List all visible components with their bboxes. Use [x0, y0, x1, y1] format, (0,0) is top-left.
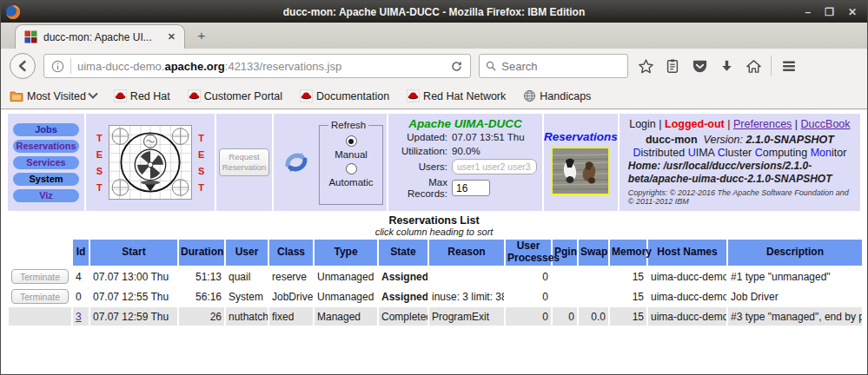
reload-icon[interactable] [450, 60, 463, 73]
cell-user: System [226, 287, 268, 306]
bookmark-red-hat-network[interactable]: Red Hat Network [407, 89, 506, 102]
cell-pgin: 0 [553, 307, 577, 326]
sidebar-nav: Jobs Reservations Services System Viz [8, 114, 84, 211]
url-bar[interactable]: uima-ducc-demo.apache.org:42133/reservat… [43, 54, 471, 78]
sidebar-item-viz[interactable]: Viz [13, 189, 79, 202]
column-header-user[interactable]: User [226, 240, 268, 266]
site-info-icon[interactable] [51, 60, 64, 73]
cell-class: reserve [269, 267, 313, 286]
search-input[interactable] [501, 60, 621, 73]
bookmark-red-hat[interactable]: Red Hat [114, 89, 170, 102]
maximize-button[interactable]: ❐ [825, 7, 834, 17]
bookmarks-menu-icon[interactable] [663, 56, 682, 76]
pocket-icon[interactable] [690, 56, 709, 76]
sidebar-item-system[interactable]: System [13, 173, 79, 186]
navigation-toolbar: uima-ducc-demo.apache.org:42133/reservat… [1, 49, 867, 83]
column-header-class[interactable]: Class [269, 240, 313, 266]
back-arrow-icon [16, 59, 30, 73]
preferences-link[interactable]: Preferences [733, 118, 792, 130]
tab-ducc-mon[interactable]: ducc-mon: Apache UI... ✕ [15, 24, 185, 49]
terminate-button[interactable]: Terminate [11, 269, 69, 284]
users-label: Users: [394, 161, 447, 173]
tab-close-icon[interactable]: ✕ [168, 31, 176, 43]
terminate-column-header [9, 240, 71, 266]
home-path: Home: /usr/local/ducc/versions/2.1.0-bet… [628, 160, 851, 186]
separator: | [659, 118, 661, 130]
column-header-type[interactable]: Type [315, 240, 377, 266]
minimize-button[interactable]: – [805, 7, 811, 17]
red-hat-icon [188, 89, 201, 102]
cell-swap [579, 287, 608, 306]
reservation-id-link[interactable]: 3 [76, 311, 82, 323]
column-header-id[interactable]: Id [73, 240, 89, 266]
sidebar-item-reservations[interactable]: Reservations [13, 140, 79, 153]
refresh-fieldset: Refresh Manual Automatic [319, 120, 383, 205]
cell-pgin [553, 267, 577, 286]
refresh-icon[interactable] [281, 147, 312, 178]
automatic-radio-label: Automatic [328, 177, 373, 188]
sidebar-item-services[interactable]: Services [13, 156, 79, 169]
utilization-value: 90.0% [452, 146, 537, 156]
cell-type: Managed [315, 307, 377, 326]
column-header-reason[interactable]: Reason [429, 240, 504, 266]
cell-description: #3 type "managed", end by program exit [728, 307, 862, 326]
refresh-panel: Refresh Manual Automatic [274, 114, 387, 211]
red-hat-icon [114, 89, 127, 102]
login-link[interactable]: Login [629, 118, 656, 130]
bookmark-most-visited[interactable]: Most Visited [10, 90, 96, 102]
column-header-memory[interactable]: Memory [610, 240, 646, 266]
refresh-legend: Refresh [328, 120, 368, 130]
cell-memory: 15 [610, 287, 646, 306]
search-icon [486, 60, 496, 72]
app-title: Apache UIMA-DUCC [394, 117, 537, 130]
home-icon[interactable] [744, 56, 763, 76]
duccbook-link[interactable]: DuccBook [801, 118, 851, 130]
table-row: Terminate 4 07.07 13:00 Thu 51:13 quail … [9, 267, 862, 286]
new-tab-button[interactable]: + [189, 28, 215, 47]
table-row: 3 07.07 12:59 Thu 26 nuthatch fixed Mana… [9, 307, 862, 326]
column-header-host-names[interactable]: Host Names [648, 240, 726, 266]
terminate-button[interactable]: Terminate [11, 289, 69, 304]
max-records-input[interactable] [452, 180, 490, 196]
uima-favicon-icon [24, 30, 37, 43]
cell-terminate-empty [9, 307, 71, 326]
column-header-duration[interactable]: Duration [179, 240, 224, 266]
updated-value: 07.07 13:51 Thu [452, 132, 537, 142]
cell-memory: 15 [610, 267, 646, 286]
close-button[interactable]: ✕ [848, 7, 857, 17]
cell-pgin [553, 287, 577, 306]
monitor-line: Distributed UIMA Cluster Computing Monit… [628, 147, 851, 159]
cell-id: 3 [73, 307, 89, 326]
version-line: ducc-mon Version: 2.1.0-SNAPSHOT [628, 134, 851, 146]
cell-user: quail [226, 267, 268, 286]
red-hat-icon [300, 89, 313, 102]
manual-radio-label: Manual [335, 149, 368, 160]
page-content: Jobs Reservations Services System Viz TE… [1, 109, 867, 375]
column-header-user-processes[interactable]: User Processes [506, 240, 551, 266]
bookmark-customer-portal[interactable]: Customer Portal [188, 89, 282, 102]
cell-state: Assigned [379, 267, 427, 286]
cell-reason: ProgramExit [429, 307, 504, 326]
menu-hamburger-icon[interactable] [779, 56, 798, 76]
column-header-start[interactable]: Start [90, 240, 177, 266]
cell-user-processes: 0 [506, 307, 551, 326]
back-button[interactable] [10, 53, 36, 79]
bookmark-star-icon[interactable] [636, 56, 655, 76]
search-box[interactable] [479, 54, 628, 78]
bookmark-label: Most Visited [27, 90, 86, 102]
cell-state: Completed [379, 307, 427, 326]
copyright: Copyrights: © 2012-2016 The Apache Softw… [628, 188, 851, 206]
bookmark-documentation[interactable]: Documentation [300, 89, 389, 102]
automatic-radio[interactable] [346, 163, 357, 174]
column-header-state[interactable]: State [379, 240, 427, 266]
ducks-photo [551, 147, 610, 195]
users-input[interactable] [452, 159, 537, 174]
sidebar-item-jobs[interactable]: Jobs [13, 123, 79, 136]
download-icon[interactable] [717, 56, 736, 76]
request-reservation-button[interactable]: Request Reservation [219, 148, 269, 176]
bookmark-handicaps[interactable]: Handicaps [523, 89, 591, 102]
column-header-swap[interactable]: Swap [579, 240, 608, 266]
manual-radio[interactable] [346, 135, 357, 147]
cell-host-names: uima-ducc-demo-4 [648, 267, 726, 286]
column-header-description[interactable]: Description [728, 240, 862, 266]
